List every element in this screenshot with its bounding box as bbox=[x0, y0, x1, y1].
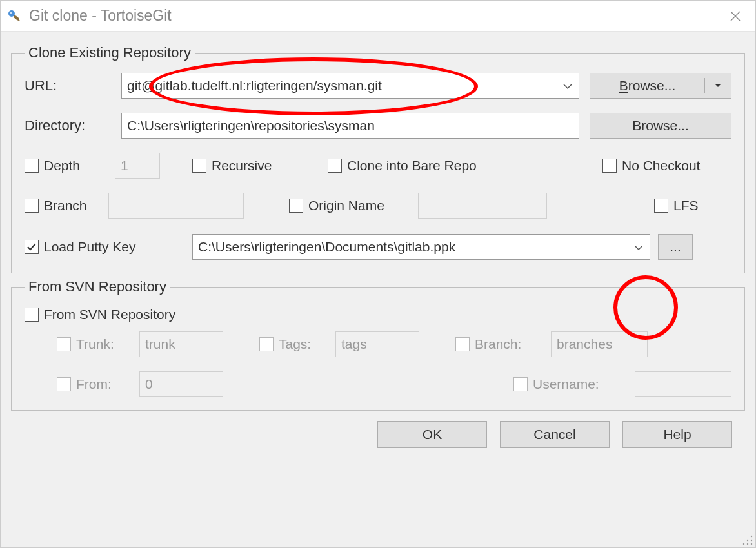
svn-from-rev-label: From: bbox=[76, 377, 112, 392]
svn-tags-label: Tags: bbox=[279, 337, 311, 352]
titlebar: Git clone - TortoiseGit bbox=[1, 1, 755, 32]
svn-group-legend: From SVN Repository bbox=[25, 279, 170, 295]
url-value: git@gitlab.tudelft.nl:rligteringen/sysma… bbox=[127, 78, 573, 93]
svn-username-input bbox=[635, 371, 731, 397]
svg-point-7 bbox=[751, 543, 752, 545]
load-putty-label: Load Putty Key bbox=[44, 239, 135, 255]
svg-point-4 bbox=[751, 536, 752, 537]
dialog-content: Clone Existing Repository URL: git@gitla… bbox=[1, 32, 755, 547]
clone-bare-label: Clone into Bare Repo bbox=[347, 158, 477, 173]
branch-label: Branch bbox=[44, 198, 87, 213]
url-browse-split-button[interactable]: Browse... bbox=[590, 73, 731, 99]
svn-trunk-input: trunk bbox=[139, 331, 223, 357]
lfs-checkbox[interactable] bbox=[654, 199, 668, 213]
depth-input[interactable]: 1 bbox=[115, 153, 160, 179]
branch-input[interactable] bbox=[108, 193, 244, 219]
depth-checkbox[interactable] bbox=[25, 159, 39, 173]
directory-label: Directory: bbox=[25, 117, 121, 134]
lfs-label: LFS bbox=[673, 198, 699, 213]
clone-group-legend: Clone Existing Repository bbox=[25, 44, 195, 61]
close-icon bbox=[730, 10, 741, 22]
svn-username-label: Username: bbox=[533, 377, 599, 392]
svg-point-6 bbox=[747, 540, 748, 541]
directory-row: Directory: C:\Users\rligteringen\reposit… bbox=[25, 113, 731, 139]
window-title: Git clone - TortoiseGit bbox=[29, 7, 172, 24]
cancel-button[interactable]: Cancel bbox=[500, 421, 610, 448]
url-label: URL: bbox=[25, 77, 121, 94]
ok-button[interactable]: OK bbox=[377, 421, 487, 448]
svn-from-row: From SVN Repository bbox=[25, 307, 731, 322]
load-putty-checkbox[interactable] bbox=[25, 240, 39, 254]
svg-point-5 bbox=[751, 540, 752, 541]
bottom-bar: OK Cancel Help bbox=[11, 411, 745, 458]
svn-trunk-checkbox bbox=[57, 337, 71, 351]
clone-group: Clone Existing Repository URL: git@gitla… bbox=[11, 44, 745, 273]
url-browse-button[interactable]: Browse... bbox=[590, 78, 705, 93]
origin-name-label: Origin Name bbox=[308, 198, 384, 213]
directory-value: C:\Users\rligteringen\repositories\sysma… bbox=[127, 118, 375, 133]
from-svn-label: From SVN Repository bbox=[44, 307, 175, 322]
resize-grip[interactable] bbox=[742, 534, 753, 545]
putty-key-combo[interactable]: C:\Users\rligteringen\Documents\gitlab.p… bbox=[192, 234, 650, 260]
url-row: URL: git@gitlab.tudelft.nl:rligteringen/… bbox=[25, 73, 731, 99]
no-checkout-checkbox[interactable] bbox=[602, 159, 617, 173]
origin-name-input[interactable] bbox=[418, 193, 547, 219]
from-svn-checkbox[interactable] bbox=[25, 308, 39, 322]
svg-point-9 bbox=[743, 543, 744, 545]
svn-row-2: From: 0 Username: bbox=[25, 371, 731, 397]
svn-from-rev-input: 0 bbox=[139, 371, 223, 397]
svn-branch-checkbox bbox=[455, 337, 470, 351]
origin-name-checkbox[interactable] bbox=[289, 199, 303, 213]
options-row-1: Depth 1 Recursive Clone into Bare Repo bbox=[25, 153, 731, 179]
options-row-2: Branch Origin Name LFS bbox=[25, 193, 731, 219]
svg-point-8 bbox=[747, 543, 748, 545]
caret-down-icon bbox=[714, 83, 722, 88]
svn-tags-input: tags bbox=[335, 331, 419, 357]
svn-branch-label: Branch: bbox=[475, 337, 521, 352]
svn-username-checkbox bbox=[513, 377, 528, 391]
directory-input[interactable]: C:\Users\rligteringen\repositories\sysma… bbox=[121, 113, 579, 139]
svg-point-1 bbox=[10, 12, 12, 14]
svn-row-1: Trunk: trunk Tags: tags Branch: bbox=[25, 331, 731, 357]
no-checkout-label: No Checkout bbox=[622, 158, 700, 173]
git-clone-dialog: Git clone - TortoiseGit Clone Existing R… bbox=[0, 0, 756, 548]
svn-trunk-label: Trunk: bbox=[76, 337, 114, 352]
recursive-checkbox[interactable] bbox=[192, 159, 206, 173]
depth-label: Depth bbox=[44, 158, 80, 173]
putty-key-value: C:\Users\rligteringen\Documents\gitlab.p… bbox=[198, 239, 644, 255]
help-button[interactable]: Help bbox=[622, 421, 732, 448]
url-browse-dropdown[interactable] bbox=[705, 83, 731, 88]
tortoisegit-app-icon bbox=[6, 7, 24, 25]
directory-browse-button[interactable]: Browse... bbox=[590, 113, 731, 139]
close-button[interactable] bbox=[721, 1, 750, 31]
branch-checkbox[interactable] bbox=[25, 199, 39, 213]
url-combo[interactable]: git@gitlab.tudelft.nl:rligteringen/sysma… bbox=[121, 73, 579, 99]
checkmark-icon bbox=[26, 241, 37, 253]
svn-branch-input: branches bbox=[551, 331, 648, 357]
svn-tags-checkbox bbox=[259, 337, 274, 351]
putty-browse-button[interactable]: ... bbox=[658, 234, 693, 260]
svn-group: From SVN Repository From SVN Repository … bbox=[11, 279, 745, 411]
recursive-label: Recursive bbox=[212, 158, 272, 173]
putty-row: Load Putty Key C:\Users\rligteringen\Doc… bbox=[25, 234, 731, 260]
clone-bare-checkbox[interactable] bbox=[328, 159, 342, 173]
svn-from-rev-checkbox bbox=[57, 377, 71, 391]
